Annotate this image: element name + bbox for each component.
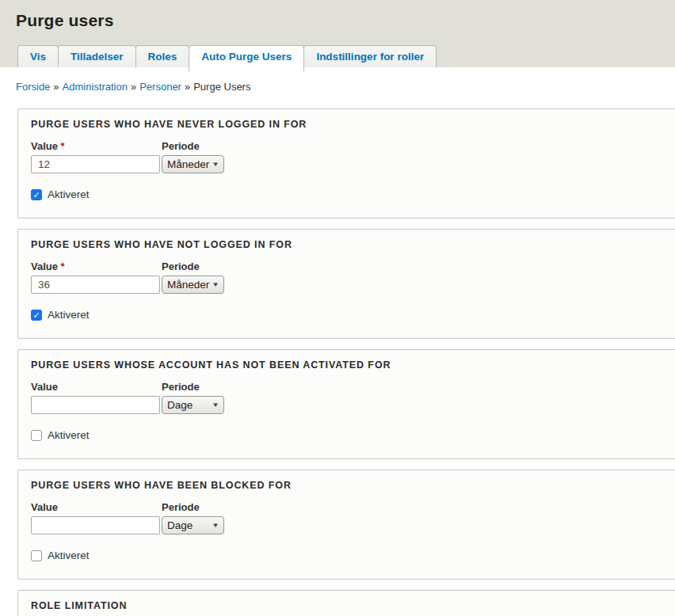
value-input[interactable] [31, 516, 160, 534]
fieldset-purge-users-whose-account-has-not-been-activated-for: PURGE USERS WHOSE ACCOUNT HAS NOT BEEN A… [17, 349, 675, 459]
fieldset-purge-users-who-have-never-logged-in-for: PURGE USERS WHO HAVE NEVER LOGGED IN FOR… [17, 108, 675, 219]
chevron-down-icon: ▼ [212, 522, 219, 529]
aktiveret-checkbox[interactable] [31, 550, 42, 561]
fieldset-legend: PURGE USERS WHO HAVE NOT LOGGED IN FOR [31, 239, 675, 250]
value-label: Value * [31, 260, 160, 272]
value-input[interactable] [31, 276, 160, 294]
page-header: Purge users VisTilladelserRolesAuto Purg… [0, 0, 675, 67]
value-label: Value * [31, 140, 160, 152]
checkbox-label: Aktiveret [48, 188, 90, 200]
breadcrumb-link-administration[interactable]: Administration [63, 81, 128, 93]
tab-indstillinger-for-roller[interactable]: Indstillinger for roller [303, 45, 437, 67]
period-select[interactable]: Måneder ▼ [162, 155, 224, 173]
checkbox-label: Aktiveret [48, 549, 90, 561]
checkbox-label: Aktiveret [48, 309, 90, 321]
fieldset-role-limitation: ROLE LIMITATION [17, 590, 675, 616]
tab-tilladelser[interactable]: Tilladelser [58, 45, 136, 67]
required-asterisk: * [58, 140, 65, 152]
breadcrumb-separator: » [128, 81, 139, 93]
breadcrumb-link-personer[interactable]: Personer [139, 81, 181, 93]
fieldset-legend: PURGE USERS WHO HAVE BEEN BLOCKED FOR [31, 480, 675, 491]
breadcrumb-separator: » [50, 81, 62, 93]
breadcrumb-link-forside[interactable]: Forside [16, 81, 50, 93]
aktiveret-checkbox[interactable] [31, 430, 42, 441]
period-select[interactable]: Dage ▼ [162, 396, 224, 414]
period-selected-value: Dage [167, 519, 193, 531]
period-label: Periode [162, 381, 224, 393]
required-asterisk: * [58, 260, 65, 272]
chevron-down-icon: ▼ [212, 401, 219, 409]
fieldset-purge-users-who-have-not-logged-in-for: PURGE USERS WHO HAVE NOT LOGGED IN FOR V… [17, 229, 675, 339]
period-select[interactable]: Dage ▼ [162, 516, 224, 534]
period-selected-value: Måneder [167, 279, 209, 291]
period-label: Periode [162, 260, 224, 272]
period-selected-value: Måneder [167, 158, 209, 170]
value-label: Value * [31, 381, 160, 393]
tab-roles[interactable]: Roles [135, 45, 190, 67]
settings-form: PURGE USERS WHO HAVE NEVER LOGGED IN FOR… [0, 108, 675, 616]
breadcrumb-separator: » [181, 81, 193, 93]
period-select[interactable]: Måneder ▼ [162, 276, 224, 294]
value-input[interactable] [31, 155, 160, 173]
tab-vis[interactable]: Vis [17, 45, 59, 67]
value-label: Value * [31, 501, 160, 513]
tab-auto-purge-users[interactable]: Auto Purge Users [189, 45, 304, 71]
fieldset-purge-users-who-have-been-blocked-for: PURGE USERS WHO HAVE BEEN BLOCKED FOR Va… [17, 470, 675, 580]
tabs: VisTilladelserRolesAuto Purge UsersIndst… [17, 45, 437, 67]
checkbox-label: Aktiveret [48, 429, 90, 441]
fieldset-legend: PURGE USERS WHOSE ACCOUNT HAS NOT BEEN A… [31, 359, 675, 371]
period-label: Periode [162, 140, 224, 152]
chevron-down-icon: ▼ [212, 281, 219, 288]
chevron-down-icon: ▼ [212, 161, 219, 168]
aktiveret-checkbox-checked[interactable]: ✓ [31, 310, 42, 321]
page-title: Purge users [0, 0, 675, 30]
fieldset-legend: PURGE USERS WHO HAVE NEVER LOGGED IN FOR [31, 119, 675, 130]
period-label: Periode [162, 501, 224, 513]
breadcrumb: Forside»Administration»Personer»Purge Us… [16, 81, 675, 93]
breadcrumb-current: Purge Users [193, 81, 250, 93]
value-input[interactable] [31, 396, 160, 414]
fieldset-legend: ROLE LIMITATION [31, 600, 675, 611]
period-selected-value: Dage [167, 399, 193, 411]
aktiveret-checkbox-checked[interactable]: ✓ [31, 189, 42, 200]
